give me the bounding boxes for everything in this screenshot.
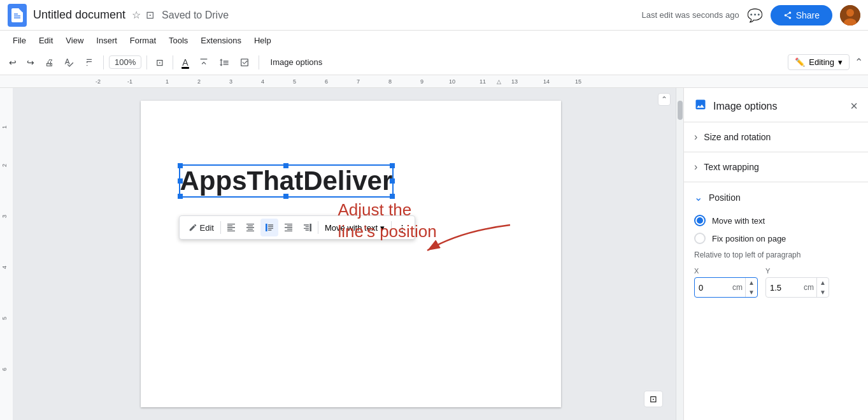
y-unit: cm: [801, 283, 816, 292]
y-label: Y: [765, 267, 829, 275]
svg-rect-30: [309, 224, 311, 231]
svg-text:14: 14: [543, 78, 550, 85]
menu-help[interactable]: Help: [249, 34, 276, 47]
svg-text:1: 1: [166, 78, 169, 85]
align-end-button[interactable]: [299, 219, 317, 236]
menu-tools[interactable]: Tools: [164, 34, 193, 47]
editing-chevron-icon: ▾: [838, 57, 843, 67]
ruler: -2 -1 1 2 3 4 5 6 7 8 9 10 11 △ 13 14 15: [0, 75, 868, 88]
svg-text:4: 4: [1, 266, 8, 269]
svg-text:△: △: [497, 78, 501, 85]
fix-position-option[interactable]: Fix position on page: [694, 233, 858, 244]
x-label: X: [694, 267, 758, 275]
svg-text:3: 3: [229, 78, 232, 85]
position-chevron-icon: ⌄: [694, 191, 702, 203]
fix-position-radio[interactable]: [694, 233, 706, 244]
main-layout: 1 2 3 4 5 6 ⌃ AppsThatDeliver: [0, 88, 868, 420]
menu-format[interactable]: Format: [125, 34, 161, 47]
document-area: 1 2 3 4 5 6 ⌃ AppsThatDeliver: [0, 88, 683, 420]
toolbar-sep-4: [259, 55, 259, 69]
svg-text:2: 2: [197, 78, 201, 85]
move-with-text-option[interactable]: Move with text: [694, 215, 858, 226]
size-rotation-chevron-icon: ›: [694, 131, 697, 143]
share-button[interactable]: Share: [771, 5, 832, 25]
doc-scroll-area[interactable]: ⌃ AppsThatDeliver: [13, 88, 676, 420]
y-step-down[interactable]: ▼: [817, 287, 829, 297]
menu-insert[interactable]: Insert: [91, 34, 122, 47]
resize-handle-tr[interactable]: [390, 163, 395, 168]
user-avatar[interactable]: [840, 5, 860, 25]
scroll-bottom-button[interactable]: ⊡: [644, 391, 663, 407]
scrollbar[interactable]: [676, 88, 683, 420]
menu-extensions[interactable]: Extensions: [196, 34, 246, 47]
menu-file[interactable]: File: [8, 34, 31, 47]
move-with-text-radio-label: Move with text: [712, 216, 765, 226]
left-ruler-svg: 1 2 3 4 5 6: [0, 88, 13, 420]
annotation-line1: Adjust the: [338, 199, 437, 221]
align-full-button[interactable]: [260, 219, 278, 236]
svg-text:7: 7: [357, 78, 360, 85]
fix-position-radio-label: Fix position on page: [712, 234, 786, 243]
resize-handle-bm[interactable]: [283, 194, 288, 199]
toolbar-right: ✏️ Editing ▾ ⌃: [788, 54, 863, 70]
svg-text:-2: -2: [96, 78, 101, 85]
resize-handle-mr[interactable]: [390, 178, 395, 184]
align-center-button[interactable]: [241, 219, 259, 236]
align-left-button[interactable]: [222, 219, 240, 236]
comment-icon[interactable]: 💬: [747, 8, 763, 23]
undo-button[interactable]: ↩: [5, 55, 20, 70]
redo-button[interactable]: ↪: [23, 55, 38, 70]
zoom-selector[interactable]: 100%: [109, 55, 141, 69]
svg-text:6: 6: [325, 78, 328, 85]
resize-handle-tm[interactable]: [283, 163, 288, 168]
menu-view[interactable]: View: [60, 34, 89, 47]
scroll-up-button[interactable]: ⌃: [658, 93, 671, 106]
position-header[interactable]: ⌄ Position: [684, 182, 868, 212]
move-with-text-radio[interactable]: [694, 215, 706, 226]
position-label: Position: [709, 192, 741, 203]
toolbar: ↩ ↪ 🖨 100% ⊡ A Image options ✏️ Editing …: [0, 50, 868, 75]
paint-format-button[interactable]: [80, 55, 98, 70]
editing-mode-button[interactable]: ✏️ Editing ▾: [788, 54, 850, 70]
x-step-up[interactable]: ▲: [746, 278, 757, 287]
resize-handle-tl[interactable]: [178, 163, 183, 168]
edit-label: Edit: [200, 223, 214, 233]
image-options-toolbar-btn[interactable]: Image options: [264, 55, 329, 69]
x-step-down[interactable]: ▼: [746, 287, 757, 297]
resize-handle-ml[interactable]: [178, 178, 183, 184]
border-color-button[interactable]: [195, 55, 213, 70]
text-selection-box[interactable]: AppsThatDeliver: [179, 164, 394, 198]
resize-handle-bl[interactable]: [178, 194, 183, 199]
checklist-button[interactable]: [236, 55, 253, 70]
doc-title[interactable]: Untitled document: [33, 8, 125, 22]
folder-icon[interactable]: ⊡: [146, 9, 154, 21]
scrollbar-thumb[interactable]: [678, 101, 683, 120]
collapse-toolbar-button[interactable]: ⌃: [855, 56, 863, 68]
edit-button[interactable]: Edit: [183, 221, 219, 235]
panel-close-button[interactable]: ×: [850, 99, 858, 113]
line-spacing-button[interactable]: [215, 55, 233, 70]
print-button[interactable]: 🖨: [41, 55, 57, 70]
page-count-button[interactable]: ⊡: [152, 55, 167, 70]
align-right-button[interactable]: [280, 219, 297, 236]
toolbar-sep-2: [146, 55, 147, 69]
text-wrapping-label: Text wrapping: [704, 162, 758, 172]
star-icon[interactable]: ☆: [132, 9, 141, 21]
text-wrapping-header[interactable]: › Text wrapping: [684, 152, 868, 182]
x-input[interactable]: [695, 280, 730, 295]
y-step-up[interactable]: ▲: [817, 278, 829, 287]
menu-edit[interactable]: Edit: [34, 34, 58, 47]
page-text[interactable]: AppsThatDeliver: [180, 166, 393, 196]
text-color-button[interactable]: A: [178, 55, 192, 70]
float-sep-2: [318, 221, 318, 234]
toolbar-sep-1: [103, 55, 104, 69]
saved-status: Saved to Drive: [162, 10, 229, 21]
spellcheck-button[interactable]: [60, 55, 78, 70]
resize-handle-br[interactable]: [390, 194, 395, 199]
svg-point-1: [846, 9, 854, 17]
x-input-group: X cm ▲ ▼: [694, 267, 758, 298]
y-input[interactable]: [766, 280, 801, 295]
left-ruler: 1 2 3 4 5 6: [0, 88, 13, 420]
svg-text:-1: -1: [127, 78, 132, 85]
size-rotation-header[interactable]: › Size and rotation: [684, 122, 868, 152]
